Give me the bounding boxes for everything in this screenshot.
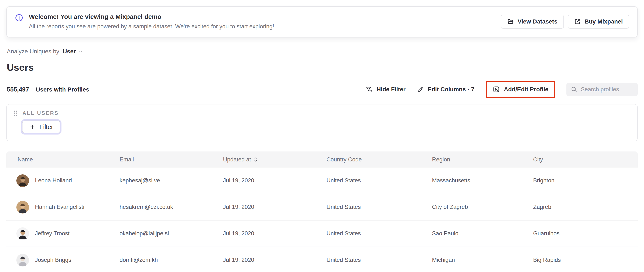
user-name-cell: Hannah Evangelisti <box>16 201 120 214</box>
pencil-icon <box>417 86 424 93</box>
search-profiles-box <box>566 83 638 96</box>
funnel-plus-icon <box>366 86 373 93</box>
analyze-by-value: User <box>62 48 76 55</box>
column-header-country-code: Country Code <box>326 156 432 163</box>
table-row[interactable]: Jeffrey Troost okahelop@lalijpe.sl Jul 1… <box>6 221 638 247</box>
sort-icon <box>254 157 258 163</box>
annotation-highlight-box: Add/Edit Profile <box>486 81 555 98</box>
avatar <box>16 201 29 214</box>
search-icon <box>571 86 578 93</box>
chevron-down-icon <box>78 49 83 54</box>
info-icon <box>15 13 23 22</box>
user-updated-at: Jul 19, 2020 <box>223 204 326 210</box>
user-country: United States <box>326 257 432 263</box>
column-header-region: Region <box>432 156 533 163</box>
user-city: Zagreb <box>533 204 638 210</box>
user-email: okahelop@lalijpe.sl <box>120 230 223 237</box>
user-city: Big Rapids <box>533 257 638 263</box>
user-region: Sao Paulo <box>432 230 533 237</box>
external-link-icon <box>574 18 581 25</box>
user-name-cell: Leona Holland <box>16 174 120 187</box>
column-header-name: Name <box>18 156 120 163</box>
group-label: ALL USERS <box>22 110 59 116</box>
filter-button-focus-ring: Filter <box>21 119 62 135</box>
add-filter-label: Filter <box>40 123 53 130</box>
analyze-by-dropdown[interactable]: User <box>62 48 83 55</box>
add-edit-profile-button[interactable]: Add/Edit Profile <box>487 82 554 97</box>
user-updated-at: Jul 19, 2020 <box>223 257 326 263</box>
user-email: kephesaj@si.ve <box>120 177 223 184</box>
user-updated-at: Jul 19, 2020 <box>223 177 326 184</box>
table-row[interactable]: Hannah Evangelisti hesakrem@ezi.co.uk Ju… <box>6 194 638 221</box>
user-updated-at: Jul 19, 2020 <box>223 230 326 237</box>
user-region: City of Zagreb <box>432 204 533 210</box>
welcome-banner: Welcome! You are viewing a Mixpanel demo… <box>6 6 638 37</box>
search-profiles-input[interactable] <box>581 86 634 93</box>
table-header-row: Name Email Updated at Country Code Regio… <box>6 151 638 168</box>
column-header-city: City <box>533 156 638 163</box>
hide-filter-button[interactable]: Hide Filter <box>366 86 406 93</box>
profile-count: 555,497 <box>7 86 29 93</box>
profile-count-label: Users with Profiles <box>36 86 89 93</box>
view-datasets-button[interactable]: View Datasets <box>501 15 564 28</box>
count-toolbar-row: 555,497 Users with Profiles Hide Filter … <box>6 81 638 98</box>
page-title: Users <box>7 62 644 73</box>
user-country: United States <box>326 177 432 184</box>
user-name-cell: Joseph Briggs <box>16 254 120 267</box>
user-region: Michigan <box>432 257 533 263</box>
table-row[interactable]: Leona Holland kephesaj@si.ve Jul 19, 202… <box>6 168 638 194</box>
user-country: United States <box>326 204 432 210</box>
column-header-updated-at[interactable]: Updated at <box>223 156 326 163</box>
avatar <box>16 227 29 240</box>
banner-title: Welcome! You are viewing a Mixpanel demo <box>29 13 274 20</box>
banner-subtitle: All the reports you see are powered by a… <box>29 23 274 30</box>
user-name: Leona Holland <box>35 177 72 184</box>
user-city: Guarulhos <box>533 230 638 237</box>
column-header-updated-at-label: Updated at <box>223 156 251 163</box>
user-name: Hannah Evangelisti <box>35 204 84 210</box>
user-name: Jeffrey Troost <box>35 230 70 237</box>
column-header-email: Email <box>120 156 223 163</box>
buy-mixpanel-button[interactable]: Buy Mixpanel <box>568 15 629 28</box>
user-name: Joseph Briggs <box>35 257 71 263</box>
drag-handle-icon[interactable] <box>13 110 18 116</box>
users-table: Name Email Updated at Country Code Regio… <box>6 151 638 272</box>
user-name-cell: Jeffrey Troost <box>16 227 120 240</box>
buy-mixpanel-label: Buy Mixpanel <box>585 18 623 25</box>
user-region: Massachusetts <box>432 177 533 184</box>
person-card-icon <box>492 86 500 93</box>
user-email: domfi@zem.kh <box>120 257 223 263</box>
edit-columns-button[interactable]: Edit Columns · 7 <box>417 86 474 93</box>
add-edit-profile-label: Add/Edit Profile <box>504 86 548 93</box>
view-datasets-label: View Datasets <box>518 18 558 25</box>
user-email: hesakrem@ezi.co.uk <box>120 204 223 210</box>
user-city: Brighton <box>533 177 638 184</box>
user-country: United States <box>326 230 432 237</box>
hide-filter-label: Hide Filter <box>376 86 406 93</box>
folder-icon <box>507 18 514 25</box>
plus-icon <box>29 124 36 130</box>
avatar <box>16 174 29 187</box>
add-filter-button[interactable]: Filter <box>22 121 60 133</box>
avatar <box>16 254 29 267</box>
analyze-uniques-row: Analyze Uniques by User <box>7 48 644 55</box>
filter-group-card: ALL USERS Filter <box>6 104 638 141</box>
table-row[interactable]: Joseph Briggs domfi@zem.kh Jul 19, 2020 … <box>6 247 638 272</box>
edit-columns-label: Edit Columns · 7 <box>428 86 474 93</box>
analyze-uniques-label: Analyze Uniques by <box>7 48 59 55</box>
